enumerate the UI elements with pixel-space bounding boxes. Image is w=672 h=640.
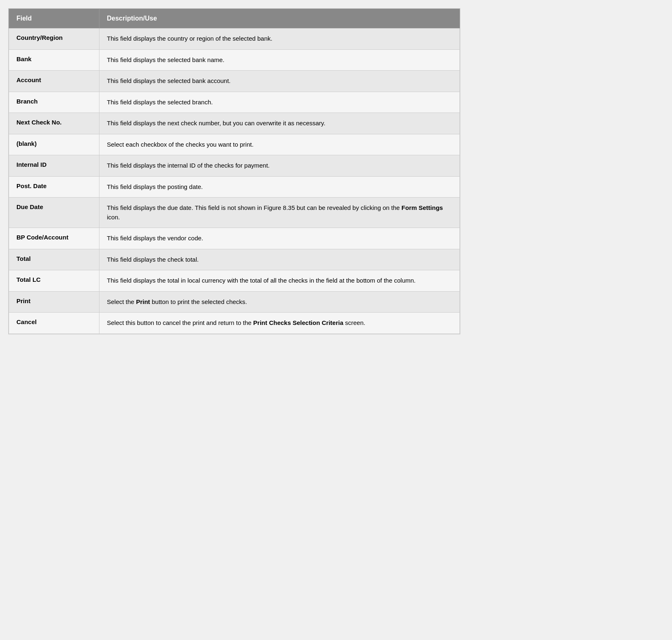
table-row: BP Code/AccountThis field displays the v… [9, 228, 460, 249]
table-row: PrintSelect the Print button to print th… [9, 291, 460, 313]
table-header-row: Field Description/Use [9, 9, 460, 28]
field-cell: Branch [9, 92, 99, 113]
description-cell: Select each checkbox of the checks you w… [99, 134, 460, 155]
field-cell: Account [9, 71, 99, 92]
field-column-header: Field [9, 9, 99, 28]
description-column-header: Description/Use [99, 9, 460, 28]
field-cell: Post. Date [9, 176, 99, 198]
description-cell: This field displays the selected branch. [99, 92, 460, 113]
field-cell: Internal ID [9, 155, 99, 177]
field-cell: Cancel [9, 313, 99, 334]
table-row: (blank)Select each checkbox of the check… [9, 134, 460, 155]
field-cell: Due Date [9, 198, 99, 228]
table-row: Total LCThis field displays the total in… [9, 270, 460, 292]
field-cell: Bank [9, 49, 99, 71]
field-cell: Total [9, 249, 99, 270]
description-cell: This field displays the check total. [99, 249, 460, 270]
field-cell: Print [9, 291, 99, 313]
table-row: Next Check No.This field displays the ne… [9, 113, 460, 134]
table-row: BranchThis field displays the selected b… [9, 92, 460, 113]
main-table-container: Field Description/Use Country/RegionThis… [8, 8, 460, 334]
table-row: Post. DateThis field displays the postin… [9, 176, 460, 198]
field-cell: Next Check No. [9, 113, 99, 134]
field-description-table: Field Description/Use Country/RegionThis… [9, 9, 460, 334]
field-cell: (blank) [9, 134, 99, 155]
table-row: AccountThis field displays the selected … [9, 71, 460, 92]
table-row: CancelSelect this button to cancel the p… [9, 313, 460, 334]
description-cell: This field displays the internal ID of t… [99, 155, 460, 177]
description-cell: This field displays the total in local c… [99, 270, 460, 292]
table-body: Country/RegionThis field displays the co… [9, 28, 460, 334]
field-cell: Country/Region [9, 28, 99, 50]
description-cell: This field displays the posting date. [99, 176, 460, 198]
description-cell: This field displays the vendor code. [99, 228, 460, 249]
field-cell: BP Code/Account [9, 228, 99, 249]
table-row: Due DateThis field displays the due date… [9, 198, 460, 228]
description-cell: This field displays the selected bank ac… [99, 71, 460, 92]
description-cell: Select this button to cancel the print a… [99, 313, 460, 334]
table-row: TotalThis field displays the check total… [9, 249, 460, 270]
table-row: Country/RegionThis field displays the co… [9, 28, 460, 50]
table-row: BankThis field displays the selected ban… [9, 49, 460, 71]
description-cell: Select the Print button to print the sel… [99, 291, 460, 313]
field-cell: Total LC [9, 270, 99, 292]
description-cell: This field displays the next check numbe… [99, 113, 460, 134]
table-row: Internal IDThis field displays the inter… [9, 155, 460, 177]
description-cell: This field displays the selected bank na… [99, 49, 460, 71]
description-cell: This field displays the due date. This f… [99, 198, 460, 228]
description-cell: This field displays the country or regio… [99, 28, 460, 50]
